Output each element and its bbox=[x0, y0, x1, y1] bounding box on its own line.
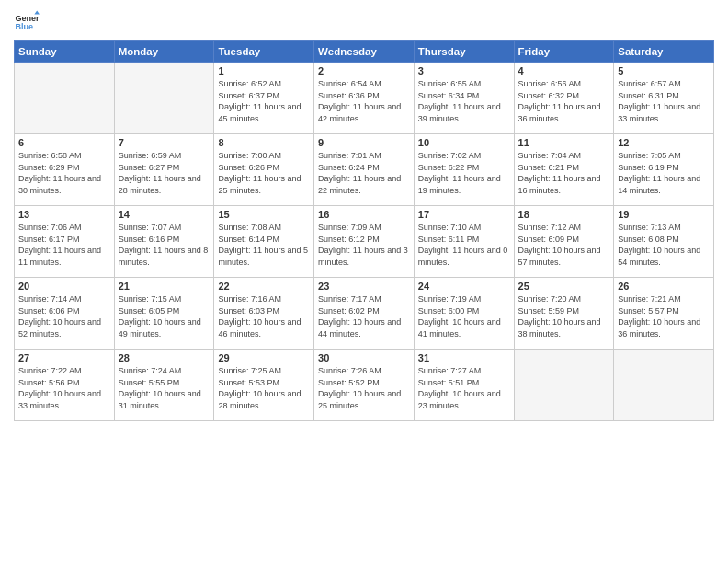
page-header: General Blue bbox=[14, 9, 714, 35]
week-row-4: 27Sunrise: 7:22 AM Sunset: 5:56 PM Dayli… bbox=[15, 350, 714, 421]
day-info: Sunrise: 7:07 AM Sunset: 6:16 PM Dayligh… bbox=[119, 222, 210, 268]
day-cell: 15Sunrise: 7:08 AM Sunset: 6:14 PM Dayli… bbox=[214, 206, 314, 278]
day-number: 26 bbox=[618, 281, 710, 292]
day-number: 11 bbox=[518, 137, 610, 148]
day-number: 7 bbox=[119, 137, 210, 148]
day-info: Sunrise: 7:01 AM Sunset: 6:24 PM Dayligh… bbox=[318, 150, 410, 196]
day-cell: 30Sunrise: 7:26 AM Sunset: 5:52 PM Dayli… bbox=[314, 350, 415, 421]
day-number: 4 bbox=[518, 65, 610, 76]
header-cell-wednesday: Wednesday bbox=[314, 41, 415, 63]
week-row-3: 20Sunrise: 7:14 AM Sunset: 6:06 PM Dayli… bbox=[15, 278, 714, 350]
day-info: Sunrise: 7:26 AM Sunset: 5:52 PM Dayligh… bbox=[318, 365, 410, 411]
day-number: 9 bbox=[318, 137, 410, 148]
day-number: 14 bbox=[119, 209, 210, 220]
day-info: Sunrise: 6:59 AM Sunset: 6:27 PM Dayligh… bbox=[119, 150, 210, 196]
day-info: Sunrise: 6:58 AM Sunset: 6:29 PM Dayligh… bbox=[18, 150, 110, 196]
day-number: 5 bbox=[618, 65, 710, 76]
day-number: 13 bbox=[18, 209, 110, 220]
day-cell: 9Sunrise: 7:01 AM Sunset: 6:24 PM Daylig… bbox=[314, 134, 415, 206]
calendar-body: 1Sunrise: 6:52 AM Sunset: 6:37 PM Daylig… bbox=[15, 63, 714, 421]
day-cell: 8Sunrise: 7:00 AM Sunset: 6:26 PM Daylig… bbox=[214, 134, 314, 206]
day-info: Sunrise: 7:16 AM Sunset: 6:03 PM Dayligh… bbox=[218, 293, 310, 339]
day-cell: 13Sunrise: 7:06 AM Sunset: 6:17 PM Dayli… bbox=[15, 206, 115, 278]
header-row: SundayMondayTuesdayWednesdayThursdayFrid… bbox=[15, 41, 714, 63]
day-info: Sunrise: 7:13 AM Sunset: 6:08 PM Dayligh… bbox=[618, 222, 710, 268]
day-cell bbox=[114, 63, 214, 134]
day-cell: 7Sunrise: 6:59 AM Sunset: 6:27 PM Daylig… bbox=[114, 134, 214, 206]
day-info: Sunrise: 6:55 AM Sunset: 6:34 PM Dayligh… bbox=[418, 78, 510, 124]
day-cell: 3Sunrise: 6:55 AM Sunset: 6:34 PM Daylig… bbox=[414, 63, 514, 134]
week-row-1: 6Sunrise: 6:58 AM Sunset: 6:29 PM Daylig… bbox=[15, 134, 714, 206]
day-cell: 16Sunrise: 7:09 AM Sunset: 6:12 PM Dayli… bbox=[314, 206, 415, 278]
day-cell bbox=[514, 350, 614, 421]
day-number: 15 bbox=[218, 209, 310, 220]
day-cell: 10Sunrise: 7:02 AM Sunset: 6:22 PM Dayli… bbox=[414, 134, 514, 206]
day-cell: 19Sunrise: 7:13 AM Sunset: 6:08 PM Dayli… bbox=[614, 206, 714, 278]
day-info: Sunrise: 7:20 AM Sunset: 5:59 PM Dayligh… bbox=[518, 293, 610, 339]
header-cell-thursday: Thursday bbox=[414, 41, 514, 63]
day-cell: 28Sunrise: 7:24 AM Sunset: 5:55 PM Dayli… bbox=[114, 350, 214, 421]
day-info: Sunrise: 7:21 AM Sunset: 5:57 PM Dayligh… bbox=[618, 293, 710, 339]
day-number: 29 bbox=[218, 352, 310, 363]
day-cell: 25Sunrise: 7:20 AM Sunset: 5:59 PM Dayli… bbox=[514, 278, 614, 350]
day-cell: 21Sunrise: 7:15 AM Sunset: 6:05 PM Dayli… bbox=[114, 278, 214, 350]
day-info: Sunrise: 7:08 AM Sunset: 6:14 PM Dayligh… bbox=[218, 222, 310, 268]
day-info: Sunrise: 7:04 AM Sunset: 6:21 PM Dayligh… bbox=[518, 150, 610, 196]
day-number: 2 bbox=[318, 65, 410, 76]
header-cell-monday: Monday bbox=[114, 41, 214, 63]
day-number: 21 bbox=[119, 281, 210, 292]
day-cell: 14Sunrise: 7:07 AM Sunset: 6:16 PM Dayli… bbox=[114, 206, 214, 278]
day-cell: 31Sunrise: 7:27 AM Sunset: 5:51 PM Dayli… bbox=[414, 350, 514, 421]
day-cell: 17Sunrise: 7:10 AM Sunset: 6:11 PM Dayli… bbox=[414, 206, 514, 278]
calendar-header: SundayMondayTuesdayWednesdayThursdayFrid… bbox=[15, 41, 714, 63]
day-cell: 12Sunrise: 7:05 AM Sunset: 6:19 PM Dayli… bbox=[614, 134, 714, 206]
week-row-2: 13Sunrise: 7:06 AM Sunset: 6:17 PM Dayli… bbox=[15, 206, 714, 278]
day-info: Sunrise: 7:17 AM Sunset: 6:02 PM Dayligh… bbox=[318, 293, 410, 339]
day-info: Sunrise: 7:00 AM Sunset: 6:26 PM Dayligh… bbox=[218, 150, 310, 196]
day-cell: 27Sunrise: 7:22 AM Sunset: 5:56 PM Dayli… bbox=[15, 350, 115, 421]
day-number: 3 bbox=[418, 65, 510, 76]
header-cell-saturday: Saturday bbox=[614, 41, 714, 63]
day-info: Sunrise: 7:02 AM Sunset: 6:22 PM Dayligh… bbox=[418, 150, 510, 196]
day-info: Sunrise: 7:15 AM Sunset: 6:05 PM Dayligh… bbox=[119, 293, 210, 339]
day-number: 30 bbox=[318, 352, 410, 363]
calendar-table: SundayMondayTuesdayWednesdayThursdayFrid… bbox=[14, 40, 714, 421]
day-cell bbox=[614, 350, 714, 421]
day-info: Sunrise: 7:12 AM Sunset: 6:09 PM Dayligh… bbox=[518, 222, 610, 268]
day-number: 1 bbox=[218, 65, 310, 76]
day-cell: 26Sunrise: 7:21 AM Sunset: 5:57 PM Dayli… bbox=[614, 278, 714, 350]
svg-marker-2 bbox=[34, 10, 40, 14]
day-cell: 5Sunrise: 6:57 AM Sunset: 6:31 PM Daylig… bbox=[614, 63, 714, 134]
day-info: Sunrise: 7:27 AM Sunset: 5:51 PM Dayligh… bbox=[418, 365, 510, 411]
day-info: Sunrise: 6:57 AM Sunset: 6:31 PM Dayligh… bbox=[618, 78, 710, 124]
logo-icon: General Blue bbox=[14, 9, 40, 35]
header-cell-tuesday: Tuesday bbox=[214, 41, 314, 63]
day-number: 17 bbox=[418, 209, 510, 220]
page-container: General Blue SundayMondayTuesdayWednesda… bbox=[0, 0, 728, 431]
day-cell: 22Sunrise: 7:16 AM Sunset: 6:03 PM Dayli… bbox=[214, 278, 314, 350]
day-number: 16 bbox=[318, 209, 410, 220]
day-cell: 6Sunrise: 6:58 AM Sunset: 6:29 PM Daylig… bbox=[15, 134, 115, 206]
day-number: 25 bbox=[518, 281, 610, 292]
day-number: 23 bbox=[318, 281, 410, 292]
header-cell-sunday: Sunday bbox=[15, 41, 115, 63]
day-cell: 2Sunrise: 6:54 AM Sunset: 6:36 PM Daylig… bbox=[314, 63, 415, 134]
day-number: 24 bbox=[418, 281, 510, 292]
day-cell: 4Sunrise: 6:56 AM Sunset: 6:32 PM Daylig… bbox=[514, 63, 614, 134]
day-cell: 11Sunrise: 7:04 AM Sunset: 6:21 PM Dayli… bbox=[514, 134, 614, 206]
day-number: 28 bbox=[119, 352, 210, 363]
day-cell: 1Sunrise: 6:52 AM Sunset: 6:37 PM Daylig… bbox=[214, 63, 314, 134]
day-cell: 20Sunrise: 7:14 AM Sunset: 6:06 PM Dayli… bbox=[15, 278, 115, 350]
day-info: Sunrise: 7:10 AM Sunset: 6:11 PM Dayligh… bbox=[418, 222, 510, 268]
day-number: 8 bbox=[218, 137, 310, 148]
svg-text:Blue: Blue bbox=[15, 22, 33, 31]
day-number: 6 bbox=[18, 137, 110, 148]
day-info: Sunrise: 6:56 AM Sunset: 6:32 PM Dayligh… bbox=[518, 78, 610, 124]
week-row-0: 1Sunrise: 6:52 AM Sunset: 6:37 PM Daylig… bbox=[15, 63, 714, 134]
day-number: 12 bbox=[618, 137, 710, 148]
day-cell: 23Sunrise: 7:17 AM Sunset: 6:02 PM Dayli… bbox=[314, 278, 415, 350]
day-info: Sunrise: 7:09 AM Sunset: 6:12 PM Dayligh… bbox=[318, 222, 410, 268]
day-info: Sunrise: 7:19 AM Sunset: 6:00 PM Dayligh… bbox=[418, 293, 510, 339]
day-number: 31 bbox=[418, 352, 510, 363]
day-info: Sunrise: 6:52 AM Sunset: 6:37 PM Dayligh… bbox=[218, 78, 310, 124]
